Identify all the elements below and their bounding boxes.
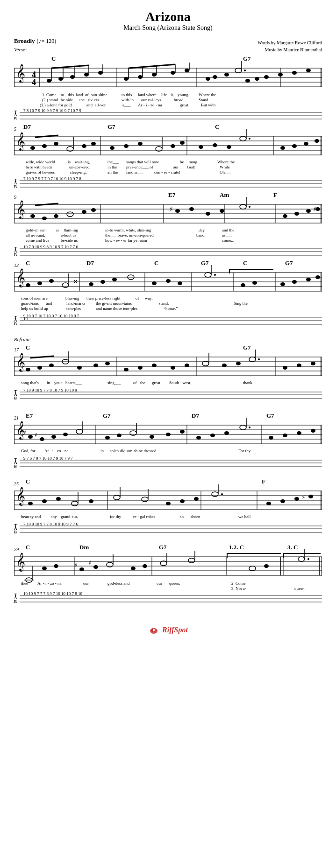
- svg-text:thee: thee: [21, 581, 28, 586]
- svg-text:B: B: [14, 599, 17, 604]
- svg-text:tem-ples: tem-ples: [66, 306, 81, 311]
- svg-text:our: our: [173, 165, 179, 169]
- svg-text:B: B: [14, 530, 17, 534]
- svg-text:9  7  6  7    9  7    10    10: 9 7 6 7 9 7 10 10 7 9 10 7 9 7: [23, 456, 73, 461]
- svg-point-184: [306, 209, 311, 213]
- svg-text:wide, wide world: wide, wide world: [26, 160, 55, 164]
- svg-text:1. Come: 1. Come: [42, 92, 57, 97]
- svg-text:While: While: [220, 165, 230, 169]
- svg-point-307: [249, 357, 256, 362]
- svg-point-42: [245, 79, 250, 83]
- svg-point-232: [49, 279, 54, 283]
- svg-text:sons of men are: sons of men are: [21, 296, 48, 301]
- svg-point-409: [180, 499, 185, 503]
- svg-point-105: [91, 142, 96, 146]
- svg-text:sheen: sheen: [191, 514, 200, 519]
- svg-point-118: [249, 138, 250, 140]
- svg-text:D7: D7: [86, 259, 94, 266]
- svg-text:For thy: For thy: [238, 448, 251, 453]
- svg-text:graves of he-roes: graves of he-roes: [26, 170, 55, 175]
- svg-text:land where: land where: [138, 92, 157, 97]
- svg-text:be-side us: be-side us: [61, 238, 78, 243]
- svg-rect-457: [283, 553, 284, 558]
- svg-point-349: [40, 437, 44, 441]
- svg-point-100: [42, 144, 47, 148]
- svg-line-49: [129, 64, 175, 68]
- svg-point-247: [252, 281, 257, 285]
- svg-point-119: [280, 146, 285, 150]
- svg-text:“home.”: “home.”: [164, 306, 178, 311]
- svg-text:𝄞: 𝄞: [16, 487, 25, 506]
- svg-point-176: [189, 207, 194, 211]
- svg-text:here with heads: here with heads: [26, 165, 52, 169]
- svg-text:so: so: [180, 514, 184, 519]
- svg-text:thank: thank: [243, 380, 252, 385]
- svg-text:17: 17: [14, 347, 19, 352]
- svg-point-34: [185, 69, 189, 72]
- svg-text:blaz-ing: blaz-ing: [65, 296, 79, 301]
- svg-point-168: [30, 214, 35, 218]
- svg-text:be-side: be-side: [61, 98, 73, 102]
- svg-text:G7: G7: [201, 259, 209, 266]
- svg-point-296: [93, 364, 98, 367]
- svg-point-418: [308, 495, 313, 498]
- svg-point-370: [297, 431, 301, 435]
- svg-text:Ar - i - zo - na: Ar - i - zo - na: [138, 103, 162, 107]
- svg-point-403: [89, 499, 93, 503]
- svg-point-171: [67, 212, 73, 217]
- svg-text:E7: E7: [168, 191, 176, 198]
- svg-text:young.: young.: [178, 92, 189, 97]
- svg-text:♯: ♯: [302, 494, 305, 501]
- svg-text:7  10  9  10    9  7    7  8  : 7 10 9 10 9 7 7 8 10 7 9 10 10 9: [23, 388, 77, 392]
- svg-text:is: is: [56, 228, 59, 232]
- svg-text:B: B: [14, 116, 17, 119]
- svg-text:con - se - crate!: con - se - crate!: [154, 170, 180, 175]
- svg-point-297: [105, 362, 110, 365]
- svg-text:re - gal robes: re - gal robes: [133, 514, 156, 519]
- svg-text:B: B: [14, 322, 17, 326]
- svg-point-114: [213, 143, 217, 147]
- svg-text:broad.: broad.: [174, 98, 185, 102]
- svg-text:grand-eur,: grand-eur,: [61, 514, 78, 519]
- svg-text:to: to: [61, 92, 64, 97]
- svg-point-108: [138, 142, 143, 146]
- svg-point-28: [138, 75, 143, 79]
- svg-text:C: C: [243, 259, 247, 266]
- svg-point-413: [221, 493, 223, 495]
- svg-point-305: [222, 364, 227, 367]
- svg-point-361: [180, 430, 185, 434]
- refrain-label: Refrain:: [14, 336, 322, 342]
- svg-text:land: land: [76, 92, 83, 97]
- svg-point-16: [47, 79, 51, 83]
- svg-text:in: in: [47, 380, 50, 385]
- svg-point-476: [264, 564, 269, 568]
- svg-point-237: [100, 280, 105, 284]
- svg-point-170: [54, 214, 58, 218]
- svg-text:F: F: [262, 478, 265, 485]
- svg-text:in-to warm, white, shin-ing: in-to warm, white, shin-ing: [105, 228, 151, 232]
- svg-point-44: [264, 75, 269, 79]
- svg-text:the: the: [140, 380, 145, 385]
- svg-point-107: [124, 144, 129, 148]
- svg-text:G7: G7: [243, 344, 251, 351]
- refrain-section: Refrain:: [14, 336, 322, 342]
- svg-point-465: [93, 565, 98, 569]
- svg-text:riv-ers: riv-ers: [88, 98, 99, 102]
- svg-text:𝄞: 𝄞: [16, 132, 25, 151]
- svg-point-18: [58, 77, 63, 81]
- svg-line-48: [51, 65, 89, 68]
- svg-point-312: [311, 362, 315, 365]
- svg-point-116: [240, 136, 246, 141]
- svg-text:7  8    10   7  9  10    9  9 : 7 8 10 7 9 10 9 9 7 9 10 9 7 10 7 9: [23, 108, 81, 113]
- svg-text:C: C: [154, 259, 158, 266]
- svg-text:B: B: [14, 184, 17, 188]
- svg-point-470: [143, 564, 147, 568]
- svg-text:and: and: [86, 103, 93, 107]
- svg-point-36: [206, 77, 210, 81]
- svg-text:𝄞: 𝄞: [16, 353, 25, 372]
- bottom-logo: RiffSpot: [14, 620, 322, 642]
- music-attribution: Music by Maurice Blumenthal: [257, 46, 322, 53]
- svg-text:21: 21: [14, 415, 19, 420]
- svg-point-250: [306, 278, 311, 281]
- svg-text:this: this: [68, 92, 74, 97]
